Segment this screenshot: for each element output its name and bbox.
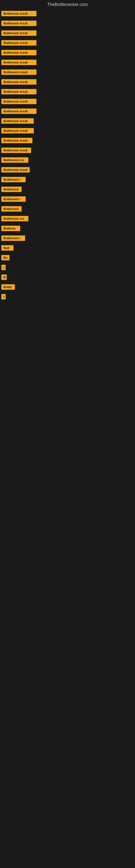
bottleneck-item-5: Bottleneck result (0, 58, 135, 68)
bottleneck-item-23: Bottleneck r (0, 234, 135, 244)
bottleneck-label-3: Bottleneck result (1, 40, 37, 45)
bottleneck-label-16: Bottleneck result (1, 167, 30, 173)
bottleneck-label-10: Bottleneck result (1, 108, 37, 114)
bottleneck-label-5: Bottleneck result (1, 60, 37, 65)
bottleneck-label-27: B (1, 275, 7, 280)
bottleneck-label-18: Bottleneck (1, 187, 21, 192)
bottleneck-item-6: Bottleneck result (0, 68, 135, 78)
bottleneck-label-12: Bottleneck result (1, 128, 34, 133)
bottleneck-label-1: Bottleneck result (1, 21, 37, 26)
bottleneck-label-7: Bottleneck result (1, 79, 37, 85)
bottleneck-item-26: | (0, 263, 135, 273)
bottleneck-item-28: Bottle (0, 283, 135, 292)
bottleneck-item-13: Bottleneck result (0, 136, 135, 146)
bottleneck-label-25: Bo (1, 255, 9, 260)
bottleneck-item-21: Bottleneck res (0, 214, 135, 224)
bottleneck-item-3: Bottleneck result (0, 38, 135, 48)
bottleneck-item-22: Bottlene (0, 224, 135, 234)
bottleneck-item-16: Bottleneck result (0, 165, 135, 175)
bottleneck-label-15: Bottleneck res (1, 157, 28, 163)
bottleneck-label-23: Bottleneck r (1, 236, 25, 241)
bottleneck-label-20: Bottleneck (1, 206, 21, 212)
bottleneck-item-29: | (0, 292, 135, 302)
bottleneck-label-19: Bottleneck r (1, 196, 26, 202)
bottleneck-item-9: Bottleneck result (0, 97, 135, 107)
bottleneck-item-1: Bottleneck result (0, 19, 135, 29)
bottleneck-label-4: Bottleneck result (1, 50, 37, 55)
bottleneck-label-9: Bottleneck result (1, 99, 37, 104)
bottleneck-item-10: Bottleneck result (0, 107, 135, 117)
bottleneck-item-24: Bott (0, 244, 135, 253)
bottleneck-label-17: Bottleneck r (1, 177, 26, 182)
bottleneck-item-0: Bottleneck result (0, 9, 135, 19)
bottleneck-label-14: Bottleneck result (1, 148, 31, 153)
bottleneck-item-27: B (0, 273, 135, 283)
bottleneck-label-2: Bottleneck result (1, 30, 37, 36)
bottleneck-item-4: Bottleneck result (0, 48, 135, 58)
bottleneck-item-12: Bottleneck result (0, 126, 135, 136)
bottleneck-item-14: Bottleneck result (0, 146, 135, 156)
bottleneck-item-17: Bottleneck r (0, 175, 135, 185)
site-title: TheBottlenecker.com (0, 0, 135, 9)
bottleneck-label-26: | (1, 265, 6, 270)
bottleneck-item-7: Bottleneck result (0, 78, 135, 87)
bottleneck-label-8: Bottleneck result (1, 89, 37, 94)
bottleneck-item-20: Bottleneck (0, 205, 135, 214)
bottleneck-label-24: Bott (1, 245, 13, 251)
bottleneck-item-18: Bottleneck (0, 185, 135, 195)
bottleneck-label-22: Bottlene (1, 226, 20, 231)
bottleneck-label-29: | (1, 294, 6, 300)
bottleneck-label-0: Bottleneck result (1, 11, 37, 16)
bottleneck-item-2: Bottleneck result (0, 29, 135, 38)
bottleneck-item-8: Bottleneck result (0, 87, 135, 97)
bottleneck-item-15: Bottleneck res (0, 156, 135, 165)
bottleneck-item-19: Bottleneck r (0, 195, 135, 205)
bottleneck-label-21: Bottleneck res (1, 216, 28, 221)
bottleneck-label-13: Bottleneck result (1, 138, 32, 143)
bottleneck-label-6: Bottleneck result (1, 69, 37, 75)
bottleneck-label-11: Bottleneck result (1, 118, 34, 124)
bottleneck-label-28: Bottle (1, 284, 15, 290)
bottleneck-item-25: Bo (0, 253, 135, 263)
bottleneck-item-11: Bottleneck result (0, 117, 135, 126)
